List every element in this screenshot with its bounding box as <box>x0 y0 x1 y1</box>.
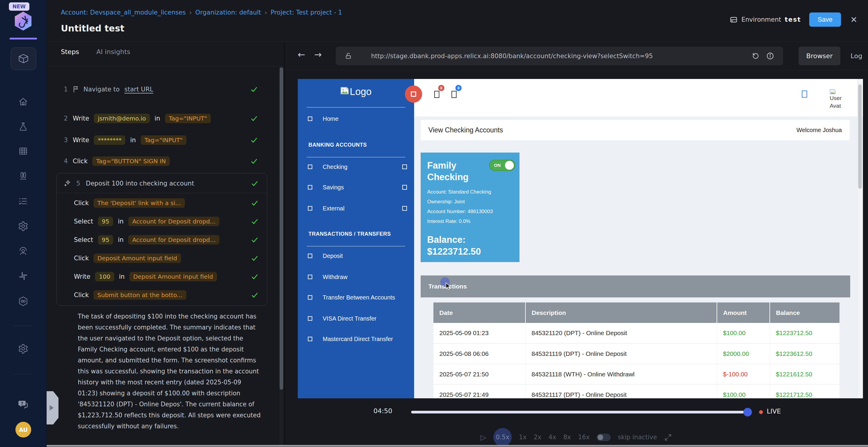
tab-log[interactable]: Log <box>847 46 865 65</box>
columns-icon[interactable] <box>18 171 29 181</box>
grid-icon[interactable] <box>18 146 29 156</box>
url-bar[interactable]: http://stage.dbank.prod-apps.relicx.ai:8… <box>336 46 783 65</box>
back-arrow-icon[interactable]: ← <box>298 49 305 60</box>
step-target-chip[interactable]: Tag="INPUT" <box>141 135 187 145</box>
live-label[interactable]: LIVE <box>767 408 781 415</box>
relicx-logo-icon[interactable] <box>14 11 32 31</box>
step-target-chip[interactable]: Deposit Amount input field <box>129 272 217 281</box>
speed-0.5x-button[interactable]: 0.5x <box>493 428 512 446</box>
step-row-3[interactable]: 3 Write ******** in Tag="INPUT" <box>64 133 284 147</box>
fullscreen-expand-icon[interactable] <box>664 433 672 441</box>
playback-progress-bar[interactable] <box>411 411 747 413</box>
step-target-chip[interactable]: Deposit Amount input field <box>94 253 181 263</box>
bank-scrollbar-track[interactable] <box>857 79 862 398</box>
step-target-chip[interactable]: Account for Deposit dropd... <box>128 235 219 245</box>
substep-row[interactable]: Click Submit button at the botto... <box>74 289 267 301</box>
checklist-icon[interactable] <box>18 196 29 206</box>
column-header-balance[interactable]: Balance <box>770 302 839 323</box>
playback-thumb[interactable] <box>743 408 752 416</box>
recording-stop-indicator[interactable] <box>405 86 422 103</box>
step-value-chip[interactable]: ******** <box>94 135 125 145</box>
skip-inactive-toggle[interactable] <box>597 434 611 441</box>
step-target-chip[interactable]: Submit button at the botto... <box>94 290 186 300</box>
flask-icon[interactable] <box>18 121 29 132</box>
tab-browser[interactable]: Browser <box>799 46 840 65</box>
home-icon[interactable] <box>18 97 29 107</box>
table-row[interactable]: 2025-05-07 21:50 845321118 (WTH) - Onlin… <box>433 364 839 384</box>
start-url-link[interactable]: start URL <box>124 86 153 93</box>
environment-selector[interactable]: Environment test <box>730 16 801 24</box>
step-target-chip[interactable]: The 'Deposit' link with a si... <box>94 198 185 208</box>
substep-row[interactable]: Select 95 in Account for Deposit dropd..… <box>74 216 267 227</box>
step-value-chip[interactable]: 100 <box>95 272 114 281</box>
step-value-chip[interactable]: 95 <box>98 217 113 226</box>
save-button[interactable]: Save <box>809 12 841 27</box>
step-target-chip[interactable]: Tag="INPUT" <box>165 114 211 123</box>
step-target-chip[interactable]: Tag="BUTTON" SIGN IN <box>92 156 170 166</box>
sidebar-item-tests-active[interactable] <box>11 47 36 70</box>
breadcrumb-account[interactable]: Account: Devspace_all_module_licenses <box>61 9 186 16</box>
tab-ai-insights[interactable]: AI insights <box>96 48 130 56</box>
bank-logo[interactable]: Logo <box>298 86 414 97</box>
refresh-icon[interactable] <box>752 52 760 60</box>
close-icon[interactable]: ✕ <box>850 15 857 25</box>
play-button[interactable]: ▷ <box>480 433 486 442</box>
bank-nav-visa-direct-transfer[interactable]: VISA Direct Transfer <box>298 312 414 325</box>
bank-nav-mastercard-direct-transfer[interactable]: Mastercard Direct Transfer <box>298 332 414 346</box>
speed-8x-button[interactable]: 8x <box>563 434 571 441</box>
table-row[interactable]: 2025-05-09 01:23 845321120 (DPT) - Onlin… <box>433 323 839 343</box>
substep-row[interactable]: Click Deposit Amount input field <box>74 252 267 264</box>
column-header-description[interactable]: Description <box>525 302 717 323</box>
help-chat-icon[interactable]: ? <box>18 399 29 410</box>
step-group-5[interactable]: 5 Deposit 100 into checking account Clic… <box>56 173 267 306</box>
substep-row[interactable]: Write 100 in Deposit Amount input field <box>74 271 267 283</box>
step-row-1[interactable]: 1 Navigate to start URL <box>64 83 284 96</box>
substep-row[interactable]: Select 95 in Account for Deposit dropd..… <box>74 234 267 246</box>
bank-scrollbar-thumb[interactable] <box>858 84 862 189</box>
table-row[interactable]: 2025-05-08 06:06 845321119 (DPT) - Onlin… <box>433 343 839 364</box>
steps-scrollbar-thumb[interactable] <box>280 67 283 390</box>
gear-icon[interactable] <box>18 221 29 231</box>
group-header[interactable]: 5 Deposit 100 into checking account <box>63 177 267 190</box>
account-toggle[interactable]: ON <box>489 160 515 171</box>
breadcrumb-project[interactable]: Project: Test project - 1 <box>271 9 342 16</box>
bank-nav-deposit[interactable]: Deposit <box>298 249 414 262</box>
bank-nav-home[interactable]: Home <box>298 112 414 125</box>
horizontal-scrollbar[interactable] <box>46 445 868 447</box>
step-value-chip[interactable]: jsmith@demo.io <box>94 114 150 123</box>
forward-arrow-icon[interactable]: → <box>314 49 321 60</box>
user-avatar-broken[interactable]: User Avat <box>830 89 854 110</box>
step-row-2[interactable]: 2 Write jsmith@demo.io in Tag="INPUT" <box>64 111 284 125</box>
step-row-4[interactable]: 4 Click Tag="BUTTON" SIGN IN <box>64 154 284 168</box>
tab-steps[interactable]: Steps <box>61 48 79 56</box>
url-text[interactable]: http://stage.dbank.prod-apps.relicx.ai:8… <box>371 53 653 60</box>
speed-1x-button[interactable]: 1x <box>519 434 527 441</box>
bank-nav-transfer-between-accounts[interactable]: Transfer Between Accounts <box>298 291 414 304</box>
info-icon[interactable] <box>766 52 774 60</box>
transactions-header-bar[interactable]: Transactions <box>421 276 850 297</box>
support-agent-icon[interactable] <box>18 246 29 256</box>
settings-gear-icon[interactable] <box>18 343 29 354</box>
message-icon[interactable] <box>452 91 457 98</box>
step-value-chip[interactable]: 95 <box>98 235 113 245</box>
breadcrumb-organization[interactable]: Organization: default <box>195 9 261 16</box>
family-checking-card[interactable]: Family Checking ON Account: Standard Che… <box>421 153 520 262</box>
header-blue-icon[interactable] <box>802 91 807 98</box>
bank-nav-savings[interactable]: Savings <box>298 181 414 194</box>
substep-row[interactable]: Click The 'Deposit' link with a si... <box>74 197 267 209</box>
notification-icon[interactable] <box>434 91 439 98</box>
column-header-date[interactable]: Date <box>433 302 525 323</box>
speed-2x-button[interactable]: 2x <box>534 434 541 441</box>
step-target-chip[interactable]: Account for Deposit dropd... <box>128 217 219 226</box>
speed-4x-button[interactable]: 4x <box>549 434 556 441</box>
user-avatar[interactable]: AU <box>16 422 31 438</box>
panel-collapse-handle[interactable] <box>46 391 59 424</box>
bank-nav-external[interactable]: External <box>298 202 414 215</box>
bank-nav-withdraw[interactable]: Withdraw <box>298 270 414 283</box>
table-row[interactable]: 2025-05-07 21:49 845321117 (DPT) - Onlin… <box>433 384 839 398</box>
bank-nav-checking[interactable]: Checking <box>298 160 414 173</box>
infinity-hexagon-icon[interactable] <box>18 296 29 307</box>
speed-16x-button[interactable]: 16x <box>578 434 590 441</box>
column-header-amount[interactable]: Amount <box>717 302 770 323</box>
slack-icon[interactable] <box>18 271 29 281</box>
